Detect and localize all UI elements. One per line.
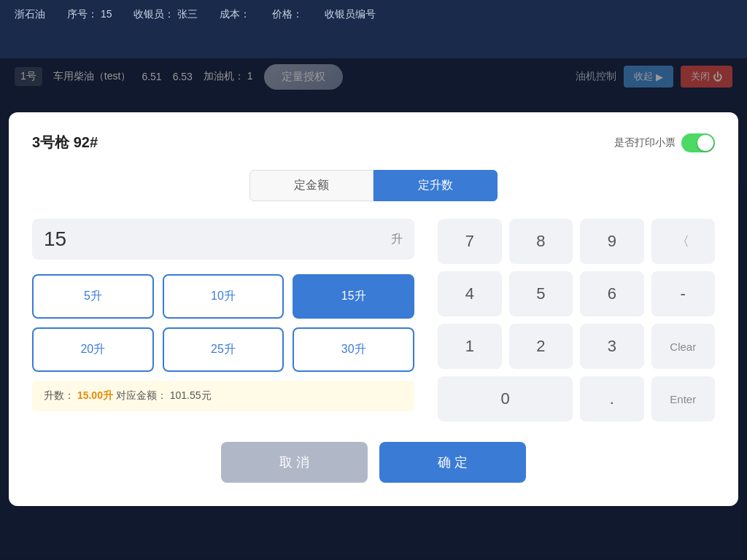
price-label: 价格： xyxy=(272,8,303,21)
numpad-5[interactable]: 5 xyxy=(509,271,573,316)
summary-amount-label: 对应金额： xyxy=(116,389,167,401)
modal-header: 3号枪 92# 是否打印小票 xyxy=(32,133,715,152)
tab-fixed-amount[interactable]: 定金额 xyxy=(249,170,374,201)
background-area: 1号 车用柴油（test） 6.51 6.53 加油机： 1 定量授权 油机控制… xyxy=(0,29,747,560)
summary-amount-value: 101.55元 xyxy=(170,389,212,401)
numpad-1[interactable]: 1 xyxy=(438,324,502,369)
quick-btn-5[interactable]: 5升 xyxy=(32,274,154,319)
quick-btn-10[interactable]: 10升 xyxy=(163,274,285,319)
bottom-buttons: 取 消 确 定 xyxy=(32,442,715,483)
numpad-9[interactable]: 9 xyxy=(580,219,644,264)
confirm-button[interactable]: 确 定 xyxy=(379,442,526,483)
status-bar: 浙石油 序号： 15 收银员： 张三 成本： 价格： 收银员编号 xyxy=(0,0,747,29)
numpad-0[interactable]: 0 xyxy=(438,376,573,421)
numpad-2[interactable]: 2 xyxy=(509,324,573,369)
right-panel: 7 8 9 〈 4 5 6 - 1 2 3 Clear 0 . xyxy=(438,219,715,421)
quick-btn-30[interactable]: 30升 xyxy=(293,327,414,372)
amount-input-row: 15 升 xyxy=(32,219,414,260)
numpad-clear[interactable]: Clear xyxy=(651,324,716,369)
quick-row-1: 5升 10升 15升 xyxy=(32,274,414,319)
left-panel: 15 升 5升 10升 15升 20升 25升 30升 xyxy=(32,219,414,421)
numpad-8[interactable]: 8 xyxy=(509,219,573,264)
cashier-code-label: 收银员编号 xyxy=(325,8,376,21)
modal-overlay: 3号枪 92# 是否打印小票 定金额 定升数 1 xyxy=(0,58,747,560)
amount-unit: 升 xyxy=(391,232,403,247)
quick-row-2: 20升 25升 30升 xyxy=(32,327,414,372)
numpad-7[interactable]: 7 xyxy=(438,219,502,264)
numpad-backspace[interactable]: 〈 xyxy=(651,219,716,264)
serial-label: 序号： 15 xyxy=(67,8,112,21)
tab-fixed-liters[interactable]: 定升数 xyxy=(374,170,498,201)
print-toggle-row: 是否打印小票 xyxy=(614,133,715,152)
toggle-knob xyxy=(697,135,713,151)
cashier-label: 收银员： 张三 xyxy=(133,8,198,21)
summary-liters-label: 升数： xyxy=(44,389,74,401)
modal-content: 15 升 5升 10升 15升 20升 25升 30升 xyxy=(32,219,715,421)
numpad-dot[interactable]: . xyxy=(580,376,644,421)
modal-title: 3号枪 92# xyxy=(32,133,98,152)
numpad-minus[interactable]: - xyxy=(651,271,716,316)
amount-value: 15 xyxy=(44,228,391,251)
cost-label: 成本： xyxy=(220,8,250,21)
numpad-6[interactable]: 6 xyxy=(580,271,644,316)
numpad-enter[interactable]: Enter xyxy=(651,376,716,421)
summary-row: 升数： 15.00升 对应金额： 101.55元 xyxy=(32,381,414,411)
tab-row: 定金额 定升数 xyxy=(32,170,715,201)
numpad-4[interactable]: 4 xyxy=(438,271,502,316)
quick-btn-20[interactable]: 20升 xyxy=(32,327,154,372)
company-name: 浙石油 xyxy=(15,8,45,21)
quick-btn-25[interactable]: 25升 xyxy=(163,327,285,372)
print-label: 是否打印小票 xyxy=(614,136,676,149)
print-toggle[interactable] xyxy=(681,133,715,152)
modal-dialog: 3号枪 92# 是否打印小票 定金额 定升数 1 xyxy=(9,112,738,506)
cancel-button[interactable]: 取 消 xyxy=(221,442,368,483)
numpad-3[interactable]: 3 xyxy=(580,324,644,369)
quick-btn-15[interactable]: 15升 xyxy=(293,274,414,319)
summary-liters-value: 15.00升 xyxy=(77,389,113,401)
numpad: 7 8 9 〈 4 5 6 - 1 2 3 Clear 0 . xyxy=(438,219,715,421)
